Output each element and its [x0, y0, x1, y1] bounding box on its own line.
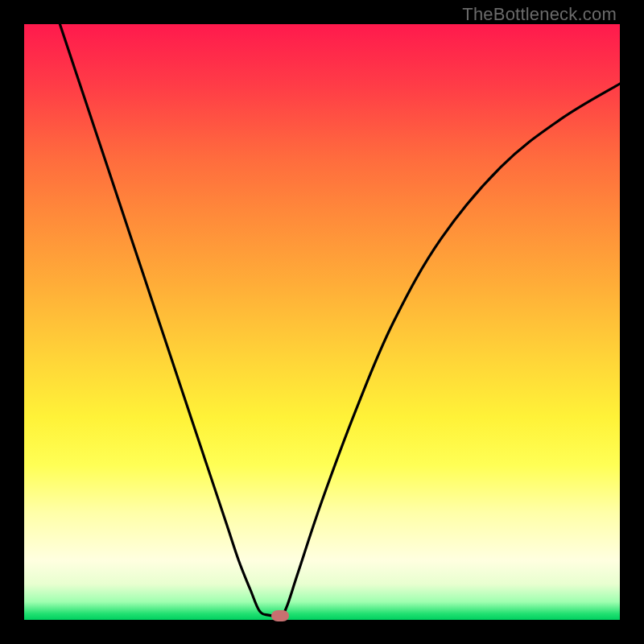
watermark-text: TheBottleneck.com	[462, 4, 617, 25]
optimal-point-marker	[271, 610, 289, 621]
chart-frame: TheBottleneck.com	[0, 0, 644, 644]
bottleneck-curve	[24, 24, 620, 620]
chart-plot-area	[24, 24, 620, 620]
